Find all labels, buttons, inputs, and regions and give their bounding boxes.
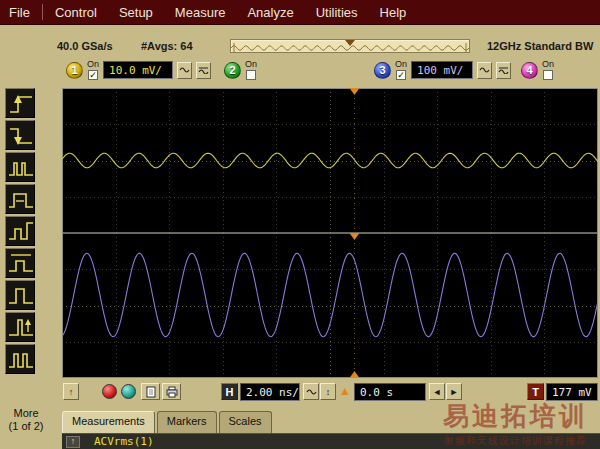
channel-4-on-checkbox[interactable] bbox=[543, 70, 553, 80]
printer-icon[interactable] bbox=[162, 383, 181, 400]
channel-2-on-group: On bbox=[245, 60, 257, 80]
channel-1-coupling-icon[interactable] bbox=[177, 62, 192, 79]
channel-3-on-group: On ✓ bbox=[395, 60, 407, 80]
tab-markers[interactable]: Markers bbox=[157, 411, 217, 433]
scroll-left-icon[interactable]: ◄ bbox=[429, 383, 445, 400]
timebase-box[interactable]: 2.00 ns/ bbox=[240, 383, 300, 401]
menu-measure[interactable]: Measure bbox=[164, 4, 237, 21]
channel-3-button[interactable]: 3 bbox=[374, 62, 391, 79]
channel-1-group: 1 On ✓ 10.0 mV/ bbox=[66, 58, 211, 82]
menu-help[interactable]: Help bbox=[369, 4, 418, 21]
scroll-right-icon[interactable]: ► bbox=[446, 383, 462, 400]
menu-bar: File Control Setup Measure Analyze Utili… bbox=[0, 0, 600, 25]
channel-1-on-label: On bbox=[87, 60, 99, 69]
window-pulse-icon[interactable] bbox=[5, 248, 35, 278]
waveform-display[interactable] bbox=[62, 88, 598, 378]
menu-file[interactable]: File bbox=[0, 4, 41, 21]
measurement-results-bar: ↑ ACVrms(1) bbox=[62, 433, 600, 449]
trigger-badge[interactable]: T bbox=[527, 383, 544, 400]
channel-1-bw-limit-icon[interactable] bbox=[196, 62, 211, 79]
channel-2-group: 2 On bbox=[224, 58, 257, 82]
channel-4-group: 4 On bbox=[521, 58, 554, 82]
timebase-zoom-icon[interactable]: ↕ bbox=[320, 383, 336, 400]
channel-4-on-label: On bbox=[542, 60, 554, 69]
channel-3-scale-box[interactable]: 100 mV/ bbox=[411, 61, 473, 79]
channel-4-on-group: On bbox=[542, 60, 554, 80]
horizontal-position-box[interactable]: 0.0 s bbox=[354, 383, 426, 401]
horizontal-badge[interactable]: H bbox=[221, 383, 238, 400]
pulse-icon[interactable] bbox=[5, 280, 35, 310]
trigger-position-icon[interactable]: ▲ bbox=[339, 384, 351, 398]
channel-3-on-checkbox[interactable]: ✓ bbox=[396, 70, 406, 80]
tab-scales[interactable]: Scales bbox=[219, 411, 272, 433]
run-button[interactable] bbox=[102, 384, 117, 399]
trigger-level-box[interactable]: 177 mV bbox=[546, 383, 598, 401]
channel-2-on-checkbox[interactable] bbox=[246, 70, 256, 80]
pulse-width-icon[interactable] bbox=[5, 184, 35, 214]
menu-control[interactable]: Control bbox=[44, 4, 108, 21]
channel-1-on-checkbox[interactable]: ✓ bbox=[88, 70, 98, 80]
channel-2-button[interactable]: 2 bbox=[224, 62, 241, 79]
runt-icon[interactable] bbox=[5, 216, 35, 246]
edge-rising-icon[interactable] bbox=[5, 88, 35, 118]
channel-3-bw-limit-icon[interactable] bbox=[496, 62, 511, 79]
bottom-tabs: Measurements Markers Scales bbox=[62, 411, 272, 433]
measurement-label[interactable]: ACVrms(1) bbox=[94, 435, 154, 448]
menu-utilities[interactable]: Utilities bbox=[305, 4, 369, 21]
horizontal-bar: ↑ H 2.00 ns/ ↕ ▲ 0.0 s ◄ ► T 177 mV bbox=[0, 380, 600, 410]
expand-vertical-icon[interactable]: ↑ bbox=[63, 383, 79, 400]
timebase-fine-icon[interactable] bbox=[303, 383, 319, 400]
channel-bar: 1 On ✓ 10.0 mV/ 2 On 3 On ✓ 100 mV/ bbox=[0, 56, 600, 86]
overview-trigger-marker[interactable] bbox=[345, 40, 355, 46]
acquisition-overview-bar[interactable] bbox=[230, 39, 470, 53]
more-page-label: (1 of 2) bbox=[9, 420, 44, 433]
menu-setup[interactable]: Setup bbox=[108, 4, 164, 21]
channel-2-on-label: On bbox=[245, 60, 257, 69]
channel-4-button[interactable]: 4 bbox=[521, 62, 538, 79]
channel-3-coupling-icon[interactable] bbox=[477, 62, 492, 79]
menu-divider bbox=[42, 4, 43, 20]
stop-button[interactable] bbox=[121, 384, 136, 399]
sample-rate-label: 40.0 GSa/s bbox=[57, 40, 113, 52]
averages-label: #Avgs: 64 bbox=[141, 40, 193, 52]
pulse-train-icon[interactable] bbox=[5, 344, 35, 374]
channel-1-button[interactable]: 1 bbox=[66, 62, 83, 79]
channel-1-on-group: On ✓ bbox=[87, 60, 99, 80]
oscilloscope-window: File Control Setup Measure Analyze Utili… bbox=[0, 0, 600, 449]
more-button[interactable]: More (1 of 2) bbox=[0, 407, 52, 433]
copy-screen-icon[interactable] bbox=[141, 383, 160, 400]
results-expand-icon[interactable]: ↑ bbox=[66, 436, 80, 448]
menu-analyze[interactable]: Analyze bbox=[236, 4, 304, 21]
status-bar: 40.0 GSa/s #Avgs: 64 12GHz Standard BW bbox=[0, 39, 600, 54]
timeout-pulse-icon[interactable] bbox=[5, 312, 35, 342]
scope-graticule bbox=[62, 88, 598, 378]
channel-3-group: 3 On ✓ 100 mV/ bbox=[374, 58, 511, 82]
tab-measurements[interactable]: Measurements bbox=[62, 411, 155, 433]
channel-3-on-label: On bbox=[395, 60, 407, 69]
channel-1-scale-box[interactable]: 10.0 mV/ bbox=[103, 61, 173, 79]
glitch-icon[interactable] bbox=[5, 152, 35, 182]
bandwidth-label: 12GHz Standard BW bbox=[487, 40, 593, 52]
edge-falling-icon[interactable] bbox=[5, 120, 35, 150]
